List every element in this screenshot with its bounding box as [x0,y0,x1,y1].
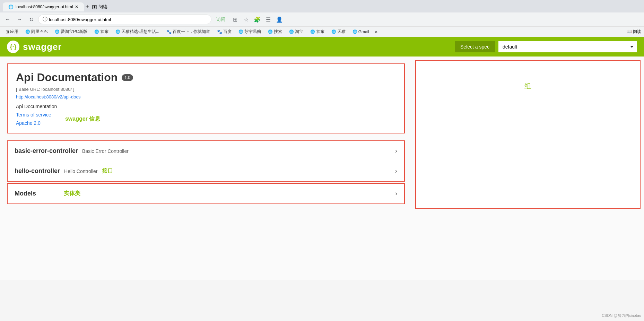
grid-icon[interactable]: ⊞ [92,3,97,11]
browser-chrome: 🌐 localhost:8080/swagger-ui.html ✕ + ⊞ 阅… [0,0,644,37]
controller-arrow-1: › [395,147,397,155]
more-bookmarks[interactable]: » [375,29,377,35]
bookmark-taobao[interactable]: 🌐 淘宝 [286,28,306,35]
models-tag: 实体类 [64,190,80,197]
api-info-box: Api Documentation 1.0 [ Base URL: localh… [7,63,405,133]
back-button[interactable]: ← [3,15,12,24]
address-bar[interactable]: ⓘ [38,15,211,24]
api-docs-link[interactable]: http://localhost:8080/v2/api-docs [16,94,80,99]
bookmark-suning[interactable]: 🌐 苏宁易购 [236,28,264,35]
menu-icon[interactable]: ☰ [263,15,273,24]
bookmark-label: 苏宁易购 [244,29,261,35]
swagger-main: Api Documentation 1.0 [ Base URL: localh… [0,57,644,212]
bookmark-label: 爱淘宝PC新版 [61,29,87,35]
swagger-logo-icon: {·} [7,41,19,53]
version-badge: 1.0 [122,74,133,81]
tab-close[interactable]: ✕ [75,5,78,9]
models-arrow: › [395,190,397,197]
bookmark-label: 搜索 [274,29,282,35]
swagger-header: {·} swagger Select a spec default [0,37,644,57]
models-row[interactable]: Models 实体类 › [8,184,404,203]
bookmark-aitaobao[interactable]: 🌐 爱淘宝PC新版 [52,28,90,35]
swagger-spec-dropdown[interactable]: default [498,41,637,52]
info-links: Terms of service Apache 2.0 swagger 信息 [16,112,396,126]
tab-title: localhost:8080/swagger-ui.html [16,5,73,9]
controller-name-1: basic-error-controller [15,147,78,155]
bookmark-jd1[interactable]: 🌐 京东 [92,28,111,35]
security-icon: ⓘ [43,16,47,23]
translate-icon[interactable]: ⊞ [230,15,240,24]
api-description: Api Documentation [16,104,396,109]
globe-icon-2: 🌐 [55,29,60,34]
new-tab-button[interactable]: + [85,3,89,11]
bookmark-label: 京东 [100,29,108,35]
browser-nav: ← → ↻ ⓘ 访问 ⊞ ☆ 🧩 ☰ 👤 [0,12,644,26]
url-input[interactable] [49,17,207,22]
bookmark-search[interactable]: 🌐 搜索 [265,28,285,35]
paw-icon-1: 🐾 [166,29,172,34]
visit-link[interactable]: 访问 [216,16,225,23]
terms-of-service-link[interactable]: Terms of service [16,112,51,118]
swagger-left-panel: Api Documentation 1.0 [ Base URL: localh… [0,57,412,212]
models-label: Models [15,190,36,197]
bookmark-label: 天猫 [337,29,346,35]
api-title-row: Api Documentation 1.0 [16,71,396,84]
globe-icon-4: 🌐 [115,29,120,34]
swagger-info-label: swagger 信息 [65,115,100,123]
swagger-title: swagger [23,42,62,52]
bookmark-tmall2[interactable]: 🌐 天猫 [329,28,348,35]
forward-button[interactable]: → [15,15,24,24]
bookmark-label: 应用 [10,29,18,35]
controller-row-basic-error[interactable]: basic-error-controller Basic Error Contr… [8,141,404,161]
controller-row-hello[interactable]: hello-controller Hello Controller 接口 › [8,161,404,181]
bookmark-tmall[interactable]: 🌐 天猫精选-理想生活... [113,28,162,35]
controller-arrow-2: › [395,167,397,175]
api-title: Api Documentation [16,71,118,84]
profile-icon[interactable]: 👤 [275,15,284,24]
license-link[interactable]: Apache 2.0 [16,120,51,126]
controller-name-2: hello-controller [15,167,60,175]
swagger-spec-select: Select a spec default [455,41,637,52]
tab-icon: 🌐 [8,5,14,9]
extension-icon[interactable]: 🧩 [252,15,262,24]
apps-icon: ⊞ [6,29,9,34]
controller-desc-1: Basic Error Controller [82,148,129,154]
reload-button[interactable]: ↻ [26,15,36,24]
reading-list-icon[interactable]: 📖 阅读 [627,29,641,35]
bookmark-gmail[interactable]: 🌐 Gmail [350,29,372,35]
bookmark-apps[interactable]: ⊞ 应用 [3,28,21,35]
bookmark-label: 京东 [316,29,324,35]
globe-icon-6: 🌐 [268,29,273,34]
bookmark-label: 百度一下，你就知道 [173,29,210,35]
bookmark-label: 淘宝 [295,29,303,35]
bookmark-label: 阿里巴巴 [31,29,48,35]
globe-icon-1: 🌐 [25,29,30,34]
bookmark-baidu1[interactable]: 🐾 百度一下，你就知道 [164,28,213,35]
reader-icon[interactable]: 阅读 [98,4,107,10]
bookmark-icon[interactable]: ☆ [241,15,251,24]
swagger-logo: {·} swagger [7,41,62,53]
controller-tag-2: 接口 [102,167,113,175]
bookmark-label: 天猫精选-理想生活... [121,29,159,35]
bookmark-label: 百度 [223,29,232,35]
globe-icon-9: 🌐 [331,29,336,34]
globe-icon-3: 🌐 [94,29,99,34]
browser-tab[interactable]: 🌐 localhost:8080/swagger-ui.html ✕ [3,2,84,11]
globe-icon-7: 🌐 [289,29,294,34]
controllers-box: basic-error-controller Basic Error Contr… [7,140,405,182]
swagger-container: {·} swagger Select a spec default Api Do… [0,37,644,280]
globe-icon-5: 🌐 [238,29,243,34]
swagger-group-label: 组 [423,68,633,105]
bookmark-baidu2[interactable]: 🐾 百度 [214,28,234,35]
bookmarks-bar: ⊞ 应用 🌐 阿里巴巴 🌐 爱淘宝PC新版 🌐 京东 🌐 天猫精选-理想生活..… [0,26,644,37]
paw-icon-2: 🐾 [217,29,222,34]
models-box: Models 实体类 › [7,183,405,204]
swagger-right-panel: 组 [415,60,641,209]
controller-desc-2: Hello Controller [64,168,97,174]
bookmark-jd2[interactable]: 🌐 京东 [307,28,327,35]
base-url: [ Base URL: localhost:8080/ ] [16,87,396,92]
bookmark-alibaba[interactable]: 🌐 阿里巴巴 [23,28,51,35]
globe-icon-8: 🌐 [310,29,315,34]
swagger-icon-text: {·} [10,43,16,51]
swagger-spec-label: Select a spec [455,41,495,52]
